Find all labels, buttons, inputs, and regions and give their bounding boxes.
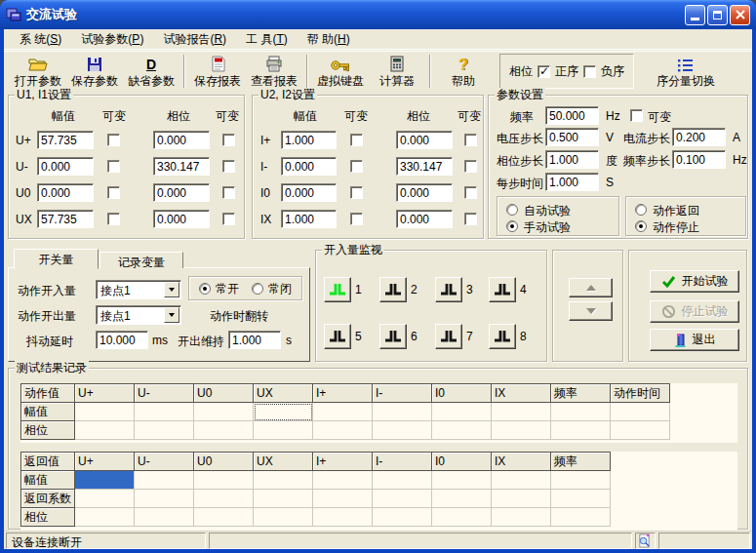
normally-closed-radio[interactable] [252, 283, 263, 295]
result-cell[interactable] [551, 508, 611, 527]
contact-indicator-1[interactable] [324, 277, 351, 302]
contact-indicator-6[interactable] [379, 324, 407, 349]
u-plus-amp-input[interactable] [37, 131, 94, 149]
u0-amp-var-checkbox[interactable] [107, 186, 120, 199]
i-plus-amp-var-checkbox[interactable] [350, 134, 363, 146]
contact-indicator-7[interactable] [435, 324, 462, 349]
result-cell[interactable] [611, 421, 670, 440]
result-cell[interactable] [75, 403, 135, 421]
result-cell[interactable] [254, 421, 313, 440]
result-cell[interactable] [194, 471, 254, 490]
result-cell[interactable] [75, 490, 135, 508]
result-cell[interactable] [373, 490, 432, 508]
sequence-switch-button[interactable]: 序分量切换 [644, 53, 728, 90]
current-step-input[interactable] [672, 128, 726, 146]
u0-phase-input[interactable] [153, 183, 210, 202]
ux-amp-var-checkbox[interactable] [107, 213, 120, 225]
report-search-button[interactable] [635, 533, 656, 549]
freq-step-input[interactable] [672, 150, 726, 169]
result-cell[interactable] [254, 508, 313, 527]
result-cell[interactable] [75, 508, 135, 527]
u-minus-amp-input[interactable] [37, 157, 94, 176]
result-cell[interactable] [194, 421, 254, 440]
result-cell[interactable] [492, 471, 551, 490]
freq-variable-checkbox[interactable] [630, 109, 643, 122]
result-cell[interactable] [373, 471, 432, 490]
result-cell[interactable] [194, 508, 254, 527]
result-cell[interactable] [432, 421, 492, 440]
result-cell[interactable] [135, 508, 194, 527]
tab-record-variable[interactable]: 记录变量 [99, 252, 183, 268]
u0-amp-input[interactable] [37, 183, 94, 202]
contact-indicator-4[interactable] [489, 277, 516, 302]
negative-seq-checkbox[interactable] [583, 65, 596, 78]
help-button[interactable]: ? 帮助 [435, 53, 492, 90]
result-cell[interactable] [551, 471, 611, 490]
result-cell[interactable] [75, 421, 135, 440]
menu-system[interactable]: 系 统(S) [10, 29, 71, 50]
i0-amp-input[interactable] [281, 183, 337, 202]
i-minus-phase-input[interactable] [396, 157, 453, 176]
frequency-input[interactable] [545, 106, 599, 125]
i-minus-amp-var-checkbox[interactable] [350, 160, 363, 173]
result-cell[interactable] [254, 471, 313, 490]
ix-amp-input[interactable] [281, 210, 337, 228]
i-plus-phase-var-checkbox[interactable] [464, 134, 477, 146]
tab-switch-quantity[interactable]: 开关量 [14, 249, 99, 269]
action-return-radio[interactable] [635, 204, 647, 216]
result-cell[interactable] [432, 490, 492, 508]
result-cell[interactable] [313, 403, 373, 421]
result-cell[interactable] [432, 471, 492, 490]
result-cell[interactable] [492, 490, 551, 508]
maximize-button[interactable] [707, 5, 728, 25]
contact-indicator-3[interactable] [435, 277, 462, 302]
action-output-combobox[interactable]: 接点1 [96, 305, 181, 325]
step-time-input[interactable] [545, 173, 599, 191]
close-button[interactable] [730, 5, 750, 25]
result-cell[interactable] [313, 490, 373, 508]
i0-amp-var-checkbox[interactable] [350, 186, 363, 199]
result-cell[interactable] [135, 490, 194, 508]
result-cell[interactable] [611, 403, 670, 421]
u-minus-phase-input[interactable] [153, 157, 210, 176]
default-params-button[interactable]: D 缺省参数 [123, 53, 179, 90]
ix-phase-input[interactable] [396, 210, 453, 228]
u-minus-amp-var-checkbox[interactable] [107, 160, 120, 173]
contact-indicator-2[interactable] [379, 277, 407, 302]
calculator-button[interactable]: 计算器 [369, 53, 425, 90]
result-cell[interactable] [373, 508, 432, 527]
minimize-button[interactable] [685, 5, 705, 25]
u-plus-amp-var-checkbox[interactable] [107, 134, 120, 146]
ux-phase-input[interactable] [153, 210, 210, 228]
result-cell-focused[interactable] [254, 403, 313, 421]
i0-phase-var-checkbox[interactable] [464, 186, 477, 199]
result-cell[interactable] [135, 471, 194, 490]
i-plus-amp-input[interactable] [281, 131, 337, 149]
result-cell[interactable] [313, 421, 373, 440]
voltage-step-input[interactable] [545, 128, 599, 146]
save-params-button[interactable]: 保存参数 [66, 53, 123, 90]
positive-seq-checkbox[interactable] [537, 65, 550, 78]
result-cell[interactable] [135, 403, 194, 421]
ux-phase-var-checkbox[interactable] [222, 213, 235, 225]
result-cell[interactable] [492, 421, 551, 440]
contact-indicator-5[interactable] [324, 324, 351, 349]
result-cell[interactable] [492, 403, 551, 421]
debounce-input[interactable] [96, 331, 148, 349]
result-cell[interactable] [373, 421, 432, 440]
contact-indicator-8[interactable] [489, 324, 516, 349]
result-cell[interactable] [135, 421, 194, 440]
i-plus-phase-input[interactable] [396, 131, 453, 149]
i-minus-amp-input[interactable] [281, 157, 337, 176]
manual-test-radio[interactable] [506, 220, 518, 232]
auto-test-radio[interactable] [506, 204, 518, 216]
ux-amp-input[interactable] [37, 210, 94, 228]
hold-input[interactable] [228, 331, 281, 349]
menu-test-report[interactable]: 试验报告(R) [153, 29, 236, 50]
open-params-button[interactable]: 打开参数 [10, 53, 66, 90]
action-input-combobox[interactable]: 接点1 [96, 280, 181, 299]
ix-phase-var-checkbox[interactable] [464, 213, 477, 225]
result-cell[interactable] [313, 508, 373, 527]
result-cell[interactable] [194, 403, 254, 421]
menu-tools[interactable]: 工 具(T) [236, 29, 298, 50]
